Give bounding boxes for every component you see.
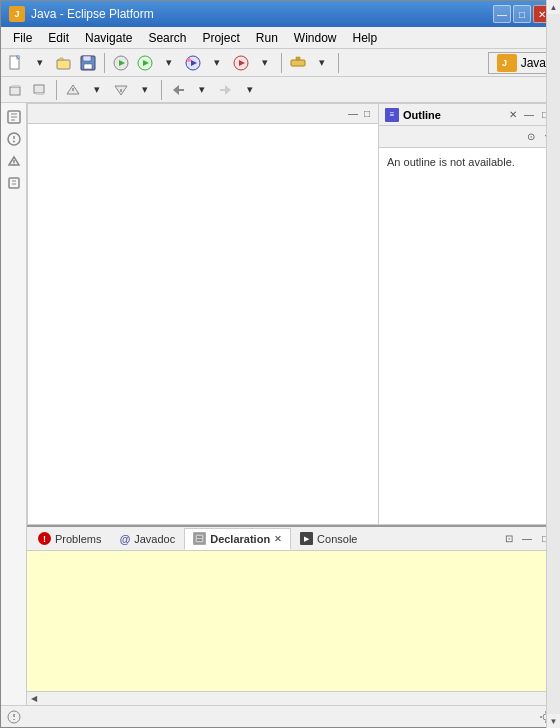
tab-console-label: Console [317, 533, 357, 545]
editor-minimize-button[interactable]: — [346, 107, 360, 121]
forward-dropdown[interactable]: ▾ [239, 79, 261, 101]
next-annotation-button[interactable] [110, 79, 132, 101]
svg-point-37 [13, 164, 15, 166]
separator-4 [56, 80, 57, 100]
outline-message: An outline is not available. [387, 156, 515, 168]
coverage-dropdown[interactable]: ▾ [254, 52, 276, 74]
bottom-panel-minimize-btn[interactable]: — [519, 531, 535, 547]
bottom-tab-bar: ! Problems @ Javadoc Declaration [27, 527, 559, 551]
bottom-vscrollbar[interactable]: ▲ ▼ [546, 551, 559, 691]
tab-javadoc[interactable]: @ Javadoc [110, 528, 184, 550]
menu-edit[interactable]: Edit [40, 29, 77, 47]
svg-rect-2 [57, 60, 70, 69]
forward-button[interactable] [215, 79, 237, 101]
menu-navigate[interactable]: Navigate [77, 29, 140, 47]
sidebar-icon-4[interactable] [4, 173, 24, 193]
svg-rect-41 [195, 534, 204, 543]
outline-close-button[interactable]: ✕ [506, 108, 520, 122]
outline-action-bar: ⊙ ▾ [379, 126, 558, 148]
java-perspective-button[interactable]: J Java [488, 52, 555, 74]
title-bar: J Java - Eclipse Platform — □ ✕ [1, 1, 559, 27]
sidebar-icon-2[interactable] [4, 129, 24, 149]
debug-dropdown[interactable]: ▾ [206, 52, 228, 74]
minimize-button[interactable]: — [493, 5, 511, 23]
editor-content[interactable] [28, 124, 378, 524]
tab-declaration-label: Declaration [210, 533, 270, 545]
editor-panel-toolbar: — □ [28, 104, 378, 124]
svg-rect-15 [291, 60, 305, 66]
sidebar-icon-1[interactable] [4, 107, 24, 127]
svg-rect-38 [9, 178, 19, 188]
maximize-button[interactable]: □ [513, 5, 531, 23]
editors-area: — □ ≡ Outline ✕ — □ [27, 103, 559, 525]
svg-rect-20 [34, 85, 44, 93]
declaration-content[interactable] [27, 551, 559, 691]
new-button[interactable] [5, 52, 27, 74]
declaration-close-button[interactable]: ✕ [274, 534, 282, 544]
java-button-label: Java [521, 56, 546, 70]
problems-icon: ! [38, 532, 51, 545]
tab-console[interactable]: ▶ Console [291, 528, 366, 550]
outline-content: An outline is not available. [379, 148, 558, 524]
scroll-track[interactable] [547, 551, 559, 691]
menu-bar: File Edit Navigate Search Project Run Wi… [1, 27, 559, 49]
prev-annot-dropdown[interactable]: ▾ [86, 79, 108, 101]
status-bar [1, 705, 559, 727]
title-bar-left: J Java - Eclipse Platform [9, 6, 154, 22]
window-title: Java - Eclipse Platform [31, 7, 154, 21]
separator-5 [161, 80, 162, 100]
bottom-content-area: ▲ ▼ [27, 551, 559, 691]
svg-marker-27 [225, 85, 231, 95]
outline-title: Outline [403, 109, 502, 121]
app-icon: J [9, 6, 25, 22]
declaration-icon [193, 532, 206, 545]
main-toolbar: ▾ ▾ ▾ ▾ ▾ J [1, 49, 559, 77]
bottom-panel-popup-btn[interactable]: ⊡ [501, 531, 517, 547]
hscroll-left-btn[interactable]: ◀ [27, 692, 41, 705]
left-sidebar [1, 103, 27, 705]
outline-icon: ≡ [385, 108, 399, 122]
menu-project[interactable]: Project [194, 29, 247, 47]
menu-run[interactable]: Run [248, 29, 286, 47]
separator-1 [104, 53, 105, 73]
next-edit-button[interactable] [29, 79, 51, 101]
main-window: J Java - Eclipse Platform — □ ✕ File Edi… [0, 0, 560, 728]
prev-annotation-button[interactable] [62, 79, 84, 101]
svg-rect-19 [10, 87, 20, 95]
run-last-button[interactable] [110, 52, 132, 74]
tab-problems[interactable]: ! Problems [29, 528, 110, 550]
ext-tools-button[interactable] [287, 52, 309, 74]
tab-declaration[interactable]: Declaration ✕ [184, 528, 291, 550]
secondary-toolbar: ▾ ▾ ▾ ▾ [1, 77, 559, 103]
new-dropdown[interactable]: ▾ [29, 52, 51, 74]
outline-action-btn[interactable]: ⊙ [524, 130, 538, 144]
editor-maximize-button[interactable]: □ [360, 107, 374, 121]
open-file-button[interactable] [53, 52, 75, 74]
save-button[interactable] [77, 52, 99, 74]
menu-help[interactable]: Help [345, 29, 386, 47]
menu-file[interactable]: File [5, 29, 40, 47]
run-dropdown[interactable] [134, 52, 156, 74]
menu-search[interactable]: Search [140, 29, 194, 47]
next-annot-dropdown[interactable]: ▾ [134, 79, 156, 101]
menu-window[interactable]: Window [286, 29, 345, 47]
outline-minimize-button[interactable]: — [522, 108, 536, 122]
svg-rect-4 [83, 56, 91, 61]
back-button[interactable] [167, 79, 189, 101]
content-area: — □ ≡ Outline ✕ — □ [27, 103, 559, 705]
svg-point-35 [13, 141, 15, 143]
debug-button[interactable] [182, 52, 204, 74]
bottom-panel: ! Problems @ Javadoc Declaration [27, 525, 559, 705]
sidebar-icon-3[interactable] [4, 151, 24, 171]
ext-tools-dropdown[interactable]: ▾ [311, 52, 333, 74]
tab-javadoc-label: Javadoc [134, 533, 175, 545]
bottom-hscrollbar[interactable]: ◀ ▶ [27, 691, 559, 705]
separator-2 [281, 53, 282, 73]
back-dropdown[interactable]: ▾ [191, 79, 213, 101]
svg-marker-16 [296, 57, 300, 60]
svg-point-12 [187, 58, 191, 62]
svg-marker-25 [173, 85, 179, 95]
run-arrow-dropdown[interactable]: ▾ [158, 52, 180, 74]
prev-edit-button[interactable] [5, 79, 27, 101]
coverage-button[interactable] [230, 52, 252, 74]
